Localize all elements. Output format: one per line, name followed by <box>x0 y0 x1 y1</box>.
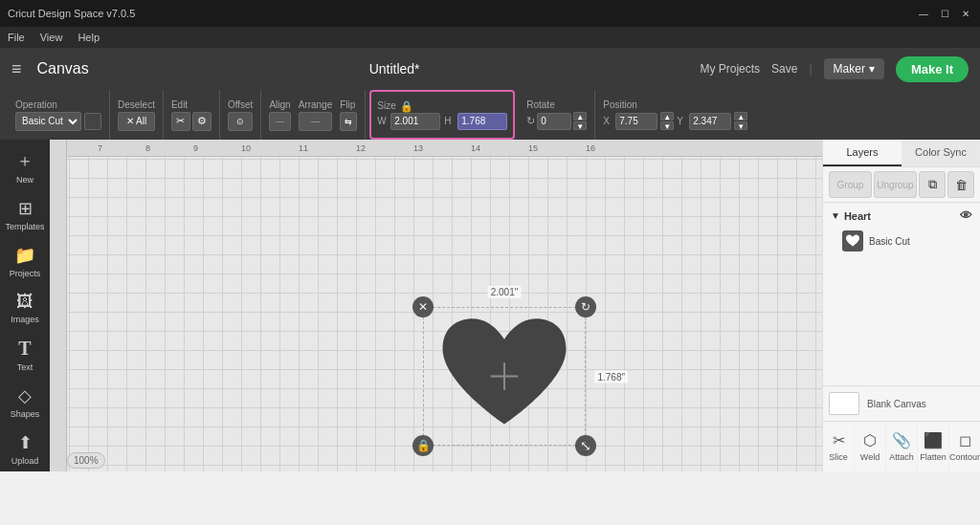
weld-icon: ⬡ <box>863 431 877 449</box>
slice-tool[interactable]: ✂ Slice <box>823 422 855 471</box>
rotate-up-btn[interactable]: ▲ <box>573 112 587 120</box>
pos-x-down-btn[interactable]: ▼ <box>660 121 674 130</box>
duplicate-button[interactable]: ⧉ <box>919 171 946 198</box>
maker-chevron-icon: ▾ <box>869 62 875 76</box>
menu-help[interactable]: Help <box>78 32 100 43</box>
contour-tool[interactable]: ◻ Contour <box>949 422 980 471</box>
sidebar-item-text[interactable]: T Text <box>3 332 47 378</box>
rotate-input[interactable] <box>537 113 571 130</box>
pos-y-down-btn[interactable]: ▼ <box>734 121 747 130</box>
sidebar-item-new[interactable]: ＋ New <box>3 143 47 190</box>
pos-y-label: Y <box>677 116 686 126</box>
ruler-mark-7: 7 <box>98 143 102 153</box>
layer-group-toggle[interactable]: ▼ <box>831 210 840 221</box>
arrange-btn[interactable]: — <box>299 112 333 131</box>
height-input[interactable] <box>457 113 507 130</box>
delete-button[interactable]: 🗑 <box>947 171 974 198</box>
lock-icon[interactable]: 🔒 <box>400 100 413 113</box>
maker-dropdown[interactable]: Maker ▾ <box>824 58 884 79</box>
toolbar-align-arrange-flip: Align — Arrange — Flip ⇆ <box>261 90 366 140</box>
offset-btn[interactable]: ⊙ <box>228 112 254 131</box>
contour-label: Contour <box>949 452 980 462</box>
flatten-label: Flatten <box>920 452 947 462</box>
ruler-mark-16: 16 <box>586 143 595 153</box>
sidebar-item-templates[interactable]: ⊞ Templates <box>3 192 47 237</box>
group-button[interactable]: Group <box>829 171 872 198</box>
rotate-down-btn[interactable]: ▼ <box>573 121 587 130</box>
toolbar: Operation Basic Cut Deselect ✕ All Edit … <box>0 90 980 140</box>
my-projects-link[interactable]: My Projects <box>700 62 760 76</box>
flip-label: Flip <box>340 99 357 110</box>
images-icon: 🖼 <box>16 292 33 312</box>
visibility-toggle[interactable]: 👁 <box>960 208 972 223</box>
handle-resize[interactable]: ⤡ <box>575 435 596 456</box>
toolbar-offset: Offset ⊙ <box>220 90 262 140</box>
maker-label: Maker <box>834 62 865 76</box>
layer-group-name: Heart <box>844 210 871 222</box>
handle-rotate[interactable]: ↻ <box>575 296 596 317</box>
heart-object[interactable]: 2.001" 1.768" ✕ ↻ 🔒 ⤡ <box>423 307 586 446</box>
shapes-icon: ◇ <box>18 385 32 406</box>
ruler-mark-13: 13 <box>413 143 423 153</box>
ungroup-button[interactable]: Ungroup <box>874 171 917 198</box>
attach-tool[interactable]: 📎 Attach <box>886 422 918 471</box>
sidebar-label-text: Text <box>17 362 33 372</box>
edit-btn2[interactable]: ⚙ <box>192 112 212 131</box>
save-button[interactable]: Save <box>771 62 797 76</box>
minimize-button[interactable]: — <box>917 7 930 20</box>
weld-tool[interactable]: ⬡ Weld <box>855 422 886 471</box>
sidebar-item-shapes[interactable]: ◇ Shapes <box>3 380 47 425</box>
upload-icon: ⬆ <box>18 432 33 453</box>
sidebar-item-upload[interactable]: ⬆ Upload <box>3 427 47 471</box>
slice-label: Slice <box>829 452 848 462</box>
edit-btn[interactable]: ✂ <box>171 112 190 131</box>
layer-group-heart: ▼ Heart 👁 Basic Cut <box>823 203 980 261</box>
titlebar: Cricut Design Space v7.0.5 — ☐ ✕ <box>0 0 980 27</box>
zoom-level[interactable]: 100% <box>67 452 105 469</box>
ruler-left <box>50 140 67 471</box>
ruler-mark-10: 10 <box>241 143 251 153</box>
weld-label: Weld <box>860 452 880 462</box>
pos-x-up-btn[interactable]: ▲ <box>660 112 674 120</box>
flatten-icon: ⬛ <box>924 431 943 449</box>
right-panel: Layers Color Sync Group Ungroup ⧉ 🗑 ▼ He… <box>822 140 980 471</box>
blank-canvas-label: Blank Canvas <box>867 399 926 409</box>
hamburger-menu[interactable]: ≡ <box>11 59 22 79</box>
canvas-area: ＋ New ⊞ Templates 📁 Projects 🖼 Images T … <box>0 140 980 471</box>
maximize-button[interactable]: ☐ <box>938 7 951 20</box>
width-input[interactable] <box>390 113 440 130</box>
handle-lock[interactable]: 🔒 <box>412 435 434 456</box>
pos-y-input[interactable] <box>689 113 731 130</box>
blank-canvas-swatch[interactable] <box>829 392 859 415</box>
toolbar-size: Size 🔒 W H <box>369 90 515 140</box>
close-button[interactable]: ✕ <box>959 7 972 20</box>
sidebar-item-images[interactable]: 🖼 Images <box>3 286 47 330</box>
arrange-label: Arrange <box>299 99 333 110</box>
left-sidebar: ＋ New ⊞ Templates 📁 Projects 🖼 Images T … <box>0 140 50 471</box>
menu-file[interactable]: File <box>8 32 25 43</box>
pos-x-input[interactable] <box>615 113 657 130</box>
pos-y-up-btn[interactable]: ▲ <box>734 112 747 120</box>
projects-icon: 📁 <box>14 245 35 266</box>
sidebar-label-images: Images <box>11 315 39 324</box>
operation-color-swatch[interactable] <box>84 113 101 130</box>
layer-item-heart[interactable]: Basic Cut <box>831 227 972 255</box>
deselect-button[interactable]: ✕ All <box>118 112 155 131</box>
operation-select[interactable]: Basic Cut <box>15 112 81 131</box>
align-btn[interactable]: — <box>269 112 290 131</box>
flatten-tool[interactable]: ⬛ Flatten <box>918 422 949 471</box>
canvas[interactable]: 7 8 9 10 11 12 13 14 15 16 2.001" 1.768"… <box>50 140 822 471</box>
toolbar-operation: Operation Basic Cut <box>8 90 110 140</box>
sidebar-label-shapes: Shapes <box>11 409 40 419</box>
ruler-mark-11: 11 <box>299 143 308 153</box>
bottom-tools: ✂ Slice ⬡ Weld 📎 Attach ⬛ Flatten ◻ Cont… <box>823 421 980 471</box>
tab-color-sync[interactable]: Color Sync <box>902 140 980 166</box>
sidebar-item-projects[interactable]: 📁 Projects <box>3 239 47 284</box>
layer-thumbnail <box>842 230 863 252</box>
panel-tabs: Layers Color Sync <box>823 140 980 167</box>
toolbar-rotate: Rotate ↻ ▲ ▼ <box>519 90 595 140</box>
tab-layers[interactable]: Layers <box>823 140 902 166</box>
flip-btn[interactable]: ⇆ <box>340 112 357 131</box>
make-it-button[interactable]: Make It <box>896 56 969 82</box>
menu-view[interactable]: View <box>40 32 63 43</box>
